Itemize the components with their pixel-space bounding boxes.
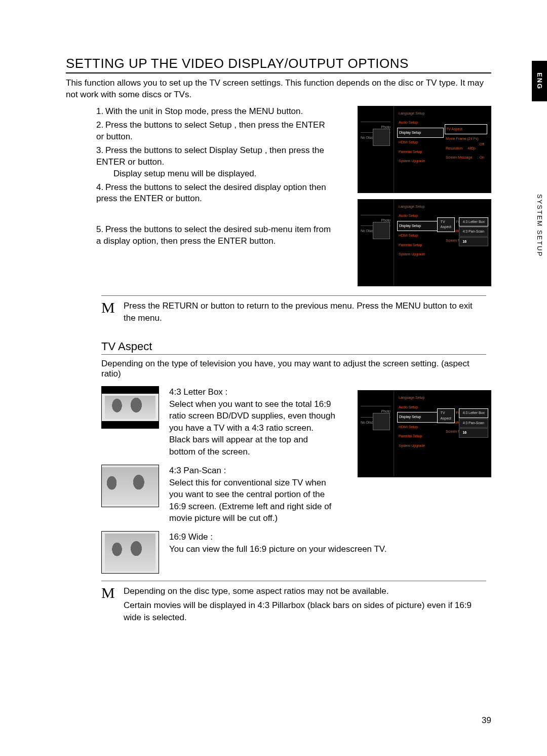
panscan-thumb [101, 465, 159, 507]
note-icon: M [101, 585, 124, 625]
separator-2 [101, 581, 486, 581]
step-3: 3.Press the buttons to select Display Se… [96, 145, 334, 180]
step-1: 1.With the unit in Stop mode, press the … [96, 106, 334, 118]
separator [101, 295, 486, 296]
tv-aspect-heading: TV Aspect [101, 340, 486, 355]
osd-display-setup: Photo No Disc Language Setup Audio Setup… [358, 106, 491, 193]
osd-tv-aspect-popup: Photo No Disc Language Setup Audio Setup… [358, 199, 491, 286]
page-number: 39 [482, 715, 491, 726]
page-title: SETTING UP THE VIDEO DISPLAY/OUTPUT OPTI… [66, 56, 491, 73]
lang-tab: ENG [532, 61, 547, 101]
step-4: 4.Press the buttons to select the desire… [96, 182, 334, 205]
step-5: 5.Press the buttons to select the desire… [96, 224, 334, 247]
section-tab: SYSTEM SETUP [532, 152, 547, 299]
osd-tv-aspect-popup-2: Photo No Disc Language Setup Audio Setup… [358, 390, 491, 477]
note-aspect: M Depending on the disc type, some aspec… [101, 585, 486, 625]
note-return: M Press the RETURN or button to return t… [101, 300, 486, 326]
letterbox-thumb [101, 386, 159, 429]
aspect-wide: 16:9 Wide : You can view the full 16:9 p… [101, 531, 415, 574]
step-2: 2.Press the buttons to select Setup , th… [96, 120, 334, 143]
tv-aspect-intro: Depending on the type of television you … [101, 359, 491, 379]
intro-text: This function allows you to set up the T… [66, 78, 491, 101]
note-icon: M [101, 300, 124, 326]
wide-thumb [101, 531, 159, 574]
